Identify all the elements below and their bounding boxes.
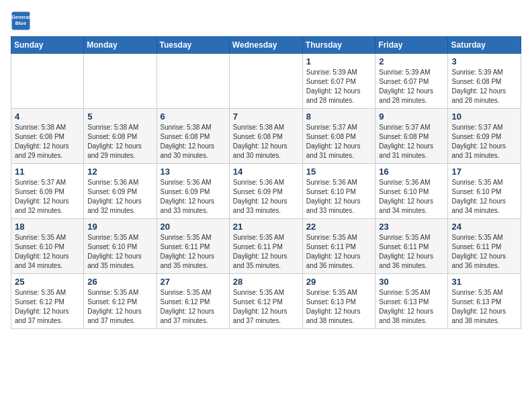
day-info: Sunrise: 5:35 AM Sunset: 6:13 PM Dayligh… xyxy=(451,288,517,326)
calendar-cell-3-3: 21Sunrise: 5:35 AM Sunset: 6:11 PM Dayli… xyxy=(229,219,302,274)
calendar-cell-2-0: 11Sunrise: 5:37 AM Sunset: 6:09 PM Dayli… xyxy=(11,164,84,219)
calendar-cell-3-2: 20Sunrise: 5:35 AM Sunset: 6:11 PM Dayli… xyxy=(157,219,229,274)
logo-icon: General Blue xyxy=(11,11,31,31)
day-info: Sunrise: 5:37 AM Sunset: 6:09 PM Dayligh… xyxy=(451,123,517,161)
col-saturday: Saturday xyxy=(448,37,521,54)
calendar-cell-0-2 xyxy=(157,54,229,109)
calendar-cell-4-0: 25Sunrise: 5:35 AM Sunset: 6:12 PM Dayli… xyxy=(11,274,84,329)
calendar-cell-3-5: 23Sunrise: 5:35 AM Sunset: 6:11 PM Dayli… xyxy=(375,219,448,274)
day-info: Sunrise: 5:35 AM Sunset: 6:12 PM Dayligh… xyxy=(15,288,80,326)
day-info: Sunrise: 5:35 AM Sunset: 6:11 PM Dayligh… xyxy=(306,233,372,271)
day-info: Sunrise: 5:38 AM Sunset: 6:08 PM Dayligh… xyxy=(233,123,299,161)
calendar-cell-4-5: 30Sunrise: 5:35 AM Sunset: 6:13 PM Dayli… xyxy=(375,274,448,329)
day-number: 28 xyxy=(233,277,299,287)
day-number: 5 xyxy=(87,111,152,122)
day-info: Sunrise: 5:35 AM Sunset: 6:10 PM Dayligh… xyxy=(15,233,80,271)
col-thursday: Thursday xyxy=(302,37,375,54)
day-info: Sunrise: 5:35 AM Sunset: 6:10 PM Dayligh… xyxy=(87,233,152,271)
day-number: 23 xyxy=(379,222,444,232)
logo: General Blue xyxy=(11,11,34,31)
calendar-cell-0-6: 3Sunrise: 5:39 AM Sunset: 6:08 PM Daylig… xyxy=(448,54,521,109)
day-number: 20 xyxy=(161,222,226,232)
day-info: Sunrise: 5:37 AM Sunset: 6:08 PM Dayligh… xyxy=(379,123,444,161)
day-info: Sunrise: 5:35 AM Sunset: 6:12 PM Dayligh… xyxy=(161,288,226,326)
calendar-cell-1-3: 7Sunrise: 5:38 AM Sunset: 6:08 PM Daylig… xyxy=(229,109,302,164)
day-number: 2 xyxy=(379,56,444,66)
calendar-cell-0-0 xyxy=(11,54,84,109)
calendar-cell-0-4: 1Sunrise: 5:39 AM Sunset: 6:07 PM Daylig… xyxy=(302,54,375,109)
day-info: Sunrise: 5:35 AM Sunset: 6:11 PM Dayligh… xyxy=(451,233,517,271)
day-info: Sunrise: 5:37 AM Sunset: 6:08 PM Dayligh… xyxy=(306,123,372,161)
calendar-cell-1-4: 8Sunrise: 5:37 AM Sunset: 6:08 PM Daylig… xyxy=(302,109,375,164)
calendar-cell-3-0: 18Sunrise: 5:35 AM Sunset: 6:10 PM Dayli… xyxy=(11,219,84,274)
day-number: 21 xyxy=(233,222,299,232)
day-number: 11 xyxy=(15,167,80,177)
day-number: 18 xyxy=(15,222,80,232)
day-info: Sunrise: 5:36 AM Sunset: 6:10 PM Dayligh… xyxy=(306,178,372,216)
day-number: 16 xyxy=(379,167,444,177)
calendar-cell-0-1 xyxy=(84,54,157,109)
day-info: Sunrise: 5:39 AM Sunset: 6:07 PM Dayligh… xyxy=(306,68,372,105)
calendar-cell-4-4: 29Sunrise: 5:35 AM Sunset: 6:13 PM Dayli… xyxy=(302,274,375,329)
day-number: 27 xyxy=(161,277,226,287)
calendar-cell-2-3: 14Sunrise: 5:36 AM Sunset: 6:09 PM Dayli… xyxy=(229,164,302,219)
week-row-2: 4Sunrise: 5:38 AM Sunset: 6:08 PM Daylig… xyxy=(11,109,521,164)
calendar-cell-4-3: 28Sunrise: 5:35 AM Sunset: 6:12 PM Dayli… xyxy=(229,274,302,329)
day-number: 31 xyxy=(451,277,517,287)
svg-text:General: General xyxy=(11,14,30,20)
day-info: Sunrise: 5:37 AM Sunset: 6:09 PM Dayligh… xyxy=(15,178,80,216)
calendar-cell-2-4: 15Sunrise: 5:36 AM Sunset: 6:10 PM Dayli… xyxy=(302,164,375,219)
day-number: 6 xyxy=(161,111,226,122)
col-wednesday: Wednesday xyxy=(229,37,302,54)
day-number: 15 xyxy=(306,167,372,177)
day-number: 9 xyxy=(379,111,444,122)
day-number: 7 xyxy=(233,111,299,122)
calendar-cell-4-2: 27Sunrise: 5:35 AM Sunset: 6:12 PM Dayli… xyxy=(157,274,229,329)
day-number: 22 xyxy=(306,222,372,232)
day-info: Sunrise: 5:39 AM Sunset: 6:07 PM Dayligh… xyxy=(379,68,444,105)
col-sunday: Sunday xyxy=(11,37,84,54)
day-number: 10 xyxy=(451,111,517,122)
calendar-cell-3-4: 22Sunrise: 5:35 AM Sunset: 6:11 PM Dayli… xyxy=(302,219,375,274)
calendar-cell-2-1: 12Sunrise: 5:36 AM Sunset: 6:09 PM Dayli… xyxy=(84,164,157,219)
calendar-cell-2-5: 16Sunrise: 5:36 AM Sunset: 6:10 PM Dayli… xyxy=(375,164,448,219)
day-info: Sunrise: 5:35 AM Sunset: 6:11 PM Dayligh… xyxy=(379,233,444,271)
calendar-cell-0-3 xyxy=(229,54,302,109)
week-row-5: 25Sunrise: 5:35 AM Sunset: 6:12 PM Dayli… xyxy=(11,274,521,329)
week-row-1: 1Sunrise: 5:39 AM Sunset: 6:07 PM Daylig… xyxy=(11,54,521,109)
page-header: General Blue xyxy=(11,11,521,31)
day-info: Sunrise: 5:36 AM Sunset: 6:10 PM Dayligh… xyxy=(379,178,444,216)
day-number: 24 xyxy=(451,222,517,232)
day-info: Sunrise: 5:35 AM Sunset: 6:13 PM Dayligh… xyxy=(379,288,444,326)
calendar-cell-2-6: 17Sunrise: 5:35 AM Sunset: 6:10 PM Dayli… xyxy=(448,164,521,219)
day-info: Sunrise: 5:35 AM Sunset: 6:10 PM Dayligh… xyxy=(451,178,517,216)
day-info: Sunrise: 5:35 AM Sunset: 6:12 PM Dayligh… xyxy=(87,288,152,326)
week-row-3: 11Sunrise: 5:37 AM Sunset: 6:09 PM Dayli… xyxy=(11,164,521,219)
day-info: Sunrise: 5:35 AM Sunset: 6:11 PM Dayligh… xyxy=(233,233,299,271)
day-number: 8 xyxy=(306,111,372,122)
day-number: 26 xyxy=(87,277,152,287)
day-number: 30 xyxy=(379,277,444,287)
day-info: Sunrise: 5:35 AM Sunset: 6:13 PM Dayligh… xyxy=(306,288,372,326)
day-number: 17 xyxy=(451,167,517,177)
calendar-cell-1-0: 4Sunrise: 5:38 AM Sunset: 6:08 PM Daylig… xyxy=(11,109,84,164)
col-tuesday: Tuesday xyxy=(157,37,229,54)
day-number: 29 xyxy=(306,277,372,287)
day-info: Sunrise: 5:38 AM Sunset: 6:08 PM Dayligh… xyxy=(15,123,80,161)
day-info: Sunrise: 5:39 AM Sunset: 6:08 PM Dayligh… xyxy=(451,68,517,105)
calendar-cell-1-6: 10Sunrise: 5:37 AM Sunset: 6:09 PM Dayli… xyxy=(448,109,521,164)
calendar-table: Sunday Monday Tuesday Wednesday Thursday… xyxy=(11,36,521,329)
day-info: Sunrise: 5:36 AM Sunset: 6:09 PM Dayligh… xyxy=(87,178,152,216)
day-info: Sunrise: 5:36 AM Sunset: 6:09 PM Dayligh… xyxy=(161,178,226,216)
calendar-cell-3-1: 19Sunrise: 5:35 AM Sunset: 6:10 PM Dayli… xyxy=(84,219,157,274)
calendar-cell-4-1: 26Sunrise: 5:35 AM Sunset: 6:12 PM Dayli… xyxy=(84,274,157,329)
day-number: 3 xyxy=(451,56,517,66)
calendar-header-row: Sunday Monday Tuesday Wednesday Thursday… xyxy=(11,37,521,54)
calendar-cell-3-6: 24Sunrise: 5:35 AM Sunset: 6:11 PM Dayli… xyxy=(448,219,521,274)
day-number: 13 xyxy=(161,167,226,177)
day-info: Sunrise: 5:38 AM Sunset: 6:08 PM Dayligh… xyxy=(87,123,152,161)
calendar-cell-0-5: 2Sunrise: 5:39 AM Sunset: 6:07 PM Daylig… xyxy=(375,54,448,109)
calendar-cell-1-2: 6Sunrise: 5:38 AM Sunset: 6:08 PM Daylig… xyxy=(157,109,229,164)
day-info: Sunrise: 5:35 AM Sunset: 6:12 PM Dayligh… xyxy=(233,288,299,326)
calendar-cell-1-1: 5Sunrise: 5:38 AM Sunset: 6:08 PM Daylig… xyxy=(84,109,157,164)
